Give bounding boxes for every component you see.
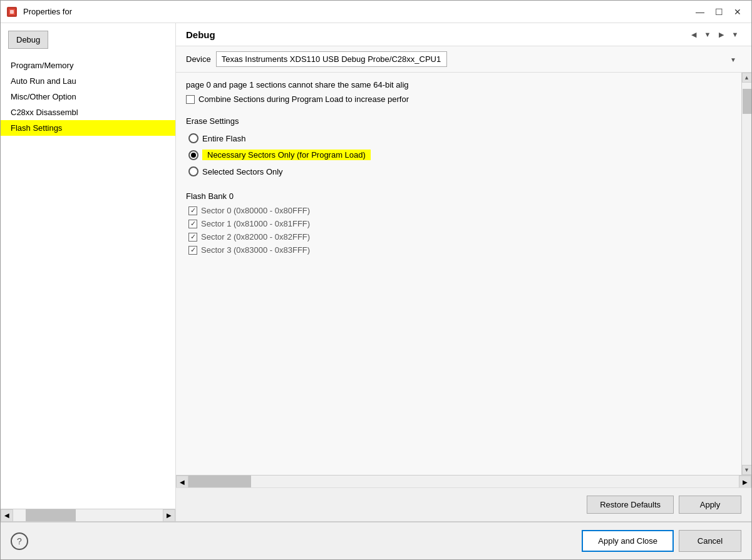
content-hscroll-right[interactable]: ▶	[739, 476, 751, 488]
help-button[interactable]: ?	[11, 532, 28, 550]
sidebar-item-flash-settings[interactable]: Flash Settings	[1, 120, 175, 136]
radio-necessary-sectors-label: Necessary Sectors Only (for Program Load…	[205, 150, 368, 160]
back-dropdown-button[interactable]: ▼	[701, 28, 714, 41]
app-icon	[6, 6, 18, 18]
device-row: Device Texas Instruments XDS110 USB Debu…	[176, 46, 751, 73]
restore-defaults-button[interactable]: Restore Defaults	[587, 496, 674, 514]
window-controls: — ☐ ✕	[691, 4, 746, 19]
device-select-wrapper[interactable]: Texas Instruments XDS110 USB Debug Probe…	[216, 51, 741, 67]
sector-1-checkbox[interactable]	[188, 220, 197, 228]
device-select[interactable]: Texas Instruments XDS110 USB Debug Probe…	[216, 51, 447, 67]
main-header: Debug ◀ ▼ ▶ ▼	[176, 23, 751, 46]
apply-button[interactable]: Apply	[679, 496, 741, 514]
combine-checkbox[interactable]	[186, 95, 195, 104]
content-scroll-area: page 0 and page 1 sections cannot share …	[176, 73, 741, 475]
radio-selected-sectors-label: Selected Sectors Only	[202, 167, 283, 176]
radio-selected-sectors-button[interactable]	[188, 166, 198, 176]
sector-0-label: Sector 0 (0x80000 - 0x80FFF)	[201, 206, 310, 215]
footer-bar: ? Apply and Close Cancel	[1, 521, 751, 559]
sector-row-1: Sector 1 (0x81000 - 0x81FFF)	[188, 219, 731, 228]
svg-rect-2	[10, 10, 14, 14]
vscroll-track[interactable]	[742, 83, 752, 465]
sector-2-checkbox[interactable]	[188, 233, 197, 242]
combine-row: Combine Sections during Program Load to …	[176, 92, 741, 106]
vscroll-thumb	[743, 89, 751, 114]
hscroll-thumb	[26, 509, 76, 521]
sidebar-item-program-memory[interactable]: Program/Memory	[1, 58, 175, 73]
top-section: Debug Program/Memory Auto Run and Lau Mi…	[1, 23, 751, 521]
radio-selected-sectors[interactable]: Selected Sectors Only	[188, 166, 731, 176]
bottom-buttons: Restore Defaults Apply	[176, 487, 751, 521]
content-top-text: page 0 and page 1 sections cannot share …	[176, 78, 741, 92]
sector-row-0: Sector 0 (0x80000 - 0x80FFF)	[188, 206, 731, 215]
sector-row-2: Sector 2 (0x82000 - 0x82FFF)	[188, 232, 731, 242]
window-title: Properties for	[23, 7, 691, 16]
sidebar-nav: Program/Memory Auto Run and Lau Misc/Oth…	[1, 53, 175, 509]
flash-bank-section: Flash Bank 0 Sector 0 (0x80000 - 0x80FFF…	[176, 186, 741, 260]
hscroll-left-arrow[interactable]: ◀	[1, 509, 13, 522]
combine-label: Combine Sections during Program Load to …	[198, 94, 409, 104]
sidebar-item-auto-run[interactable]: Auto Run and Lau	[1, 73, 175, 89]
erase-settings-section: Erase Settings Entire Flash	[176, 111, 741, 181]
forward-nav-button[interactable]: ▶	[715, 28, 728, 41]
sidebar-tab-debug[interactable]: Debug	[8, 31, 48, 49]
erase-settings-title: Erase Settings	[186, 116, 731, 126]
content-hscroll-track[interactable]	[188, 476, 739, 487]
sidebar-item-misc-other[interactable]: Misc/Other Option	[1, 89, 175, 104]
sidebar: Debug Program/Memory Auto Run and Lau Mi…	[1, 23, 176, 521]
sidebar-item-c28xx-disassembly[interactable]: C28xx Disassembl	[1, 104, 175, 120]
maximize-button[interactable]: ☐	[710, 4, 728, 19]
radio-necessary-sectors-dot	[191, 153, 196, 158]
main-header-title: Debug	[186, 29, 215, 40]
vscroll-down-arrow[interactable]: ▼	[742, 465, 752, 475]
window-body: Debug Program/Memory Auto Run and Lau Mi…	[1, 23, 751, 559]
sidebar-nav-list: Program/Memory Auto Run and Lau Misc/Oth…	[1, 53, 175, 141]
hscroll-track[interactable]	[13, 509, 163, 521]
radio-entire-flash-label: Entire Flash	[202, 134, 245, 143]
cancel-button[interactable]: Cancel	[679, 530, 741, 552]
device-label: Device	[186, 54, 211, 64]
radio-necessary-sectors-label-wrapper: Necessary Sectors Only (for Program Load…	[202, 150, 371, 160]
radio-entire-flash-button[interactable]	[188, 133, 198, 143]
back-nav-button[interactable]: ◀	[688, 28, 700, 41]
properties-window: Properties for — ☐ ✕ Debug Program/Memor…	[0, 0, 752, 560]
content-hscrollbar[interactable]: ◀ ▶	[176, 475, 751, 487]
close-button[interactable]: ✕	[729, 4, 746, 19]
radio-necessary-sectors-button[interactable]	[188, 150, 198, 160]
main-content: Debug ◀ ▼ ▶ ▼ Device Texas Instruments X…	[176, 23, 751, 521]
sidebar-hscroll[interactable]: ◀ ▶	[1, 509, 175, 521]
hscroll-right-arrow[interactable]: ▶	[163, 509, 175, 522]
forward-dropdown-button[interactable]: ▼	[729, 28, 741, 41]
apply-and-close-button[interactable]: Apply and Close	[582, 530, 674, 552]
content-hscroll-left[interactable]: ◀	[176, 476, 188, 488]
sector-list: Sector 0 (0x80000 - 0x80FFF) Sector 1 (0…	[186, 206, 731, 255]
footer-right-buttons: Apply and Close Cancel	[582, 530, 741, 552]
sector-0-checkbox[interactable]	[188, 206, 197, 215]
sector-2-label: Sector 2 (0x82000 - 0x82FFF)	[201, 232, 310, 242]
flash-bank-title: Flash Bank 0	[186, 191, 731, 201]
radio-group: Entire Flash Necessary Sectors Only (for…	[186, 133, 731, 176]
sector-1-label: Sector 1 (0x81000 - 0x81FFF)	[201, 219, 310, 228]
radio-necessary-sectors[interactable]: Necessary Sectors Only (for Program Load…	[188, 150, 731, 160]
nav-arrows: ◀ ▼ ▶ ▼	[688, 28, 741, 41]
content-vscrollbar[interactable]: ▲ ▼	[741, 73, 751, 475]
sector-row-3: Sector 3 (0x83000 - 0x83FFF)	[188, 245, 731, 255]
radio-entire-flash[interactable]: Entire Flash	[188, 133, 731, 143]
content-area: page 0 and page 1 sections cannot share …	[176, 73, 751, 475]
sector-3-checkbox[interactable]	[188, 246, 197, 255]
sector-3-label: Sector 3 (0x83000 - 0x83FFF)	[201, 245, 310, 255]
title-bar: Properties for — ☐ ✕	[1, 1, 751, 23]
minimize-button[interactable]: —	[691, 4, 709, 19]
content-hscroll-thumb	[188, 476, 251, 487]
vscroll-up-arrow[interactable]: ▲	[742, 73, 752, 83]
